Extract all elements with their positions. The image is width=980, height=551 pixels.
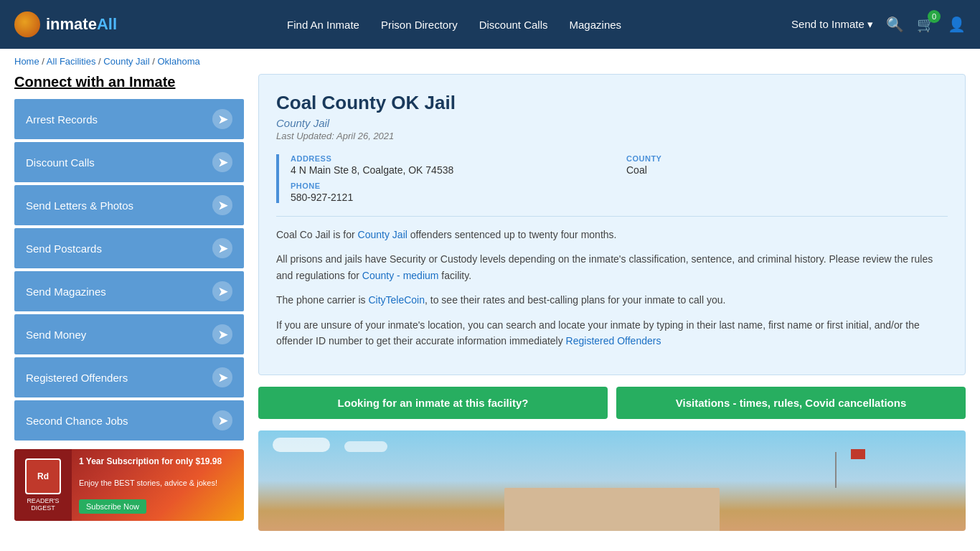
nav-discount-calls[interactable]: Discount Calls — [479, 19, 548, 31]
county-jail-link-1[interactable]: County Jail — [358, 229, 407, 240]
facility-image — [258, 430, 966, 531]
looking-for-inmate-button[interactable]: Looking for an inmate at this facility? — [258, 387, 608, 419]
arrow-icon-second-chance: ➤ — [212, 410, 232, 430]
visitations-button[interactable]: Visitations - times, rules, Covid cancel… — [616, 387, 966, 419]
arrow-icon-magazines: ➤ — [212, 281, 232, 301]
registered-offenders-link[interactable]: Registered Offenders — [566, 335, 661, 347]
cloud-2 — [344, 441, 387, 452]
sidebar-label-send-money: Send Money — [26, 329, 86, 341]
logo-inmate: inmate — [46, 15, 97, 33]
ad-rd-label: READER'SDIGEST — [27, 497, 59, 512]
address-label: ADDRESS — [291, 154, 612, 163]
sidebar-item-arrest-records[interactable]: Arrest Records ➤ — [14, 99, 244, 139]
sidebar-title: Connect with an Inmate — [14, 74, 244, 90]
logo-text: inmateAll — [46, 15, 117, 34]
sidebar-item-magazines[interactable]: Send Magazines ➤ — [14, 271, 244, 311]
breadcrumb-state[interactable]: Oklahoma — [157, 56, 199, 67]
desc-para-1: Coal Co Jail is for County Jail offender… — [276, 227, 948, 242]
facility-description: Coal Co Jail is for County Jail offender… — [276, 227, 948, 349]
sidebar-menu: Arrest Records ➤ Discount Calls ➤ Send L… — [14, 99, 244, 441]
phone-label: PHONE — [291, 182, 612, 190]
flag-pole — [835, 452, 837, 488]
citytelecoin-link[interactable]: CityTeleCoin — [368, 294, 425, 306]
main-nav: Find An Inmate Prison Directory Discount… — [138, 19, 770, 31]
sidebar-label-postcards: Send Postcards — [26, 242, 102, 255]
logo-icon — [14, 11, 40, 37]
arrow-icon-discount: ➤ — [212, 152, 232, 172]
arrow-icon-registered: ➤ — [212, 367, 232, 387]
county-group: COUNTY Coal — [626, 154, 948, 176]
info-grid: ADDRESS 4 N Main Ste 8, Coalgate, OK 745… — [276, 154, 948, 203]
facility-updated: Last Updated: April 26, 2021 — [276, 131, 948, 141]
flag — [851, 449, 865, 459]
ad-banner: Rd READER'SDIGEST 1 Year Subscription fo… — [14, 449, 244, 521]
main-header: inmateAll Find An Inmate Prison Director… — [0, 0, 980, 49]
county-label: COUNTY — [626, 154, 948, 163]
arrow-icon-postcards: ➤ — [212, 238, 232, 258]
ad-sub: Enjoy the BEST stories, advice & jokes! — [79, 479, 237, 487]
main-content: Coal County OK Jail County Jail Last Upd… — [258, 74, 966, 531]
header-right: Send to Inmate ▾ 🔍 🛒 0 👤 — [791, 16, 966, 33]
phone-group: PHONE 580-927-2121 — [291, 182, 612, 203]
arrow-icon-arrest: ➤ — [212, 109, 232, 129]
ad-text: 1 Year Subscription for only $19.98 Enjo… — [72, 449, 244, 521]
phone-value: 580-927-2121 — [291, 192, 612, 203]
facility-type: County Jail — [276, 117, 948, 129]
sidebar-label-magazines: Send Magazines — [26, 286, 106, 298]
facility-card: Coal County OK Jail County Jail Last Upd… — [258, 74, 966, 375]
sidebar-item-registered-offenders[interactable]: Registered Offenders ➤ — [14, 357, 244, 397]
building — [504, 488, 720, 531]
sidebar-item-discount-calls[interactable]: Discount Calls ➤ — [14, 142, 244, 182]
search-icon[interactable]: 🔍 — [886, 16, 904, 33]
nav-prison-directory[interactable]: Prison Directory — [381, 19, 458, 31]
desc-para-2: All prisons and jails have Security or C… — [276, 251, 948, 283]
address-value: 4 N Main Ste 8, Coalgate, OK 74538 — [291, 164, 612, 176]
breadcrumb-all-facilities[interactable]: All Facilities — [47, 56, 96, 67]
breadcrumb-county-jail[interactable]: County Jail — [103, 56, 149, 67]
arrow-icon-letters: ➤ — [212, 195, 232, 215]
sidebar-label-second-chance: Second Chance Jobs — [26, 415, 128, 427]
info-divider — [276, 216, 948, 217]
cart-wrapper[interactable]: 🛒 0 — [917, 16, 935, 33]
logo[interactable]: inmateAll — [14, 11, 117, 37]
main-layout: Connect with an Inmate Arrest Records ➤ … — [0, 74, 980, 545]
county-medium-link[interactable]: County - medium — [362, 270, 439, 281]
sidebar-label-arrest-records: Arrest Records — [26, 113, 98, 126]
cart-badge: 0 — [928, 10, 941, 23]
arrow-icon-money: ➤ — [212, 324, 232, 344]
desc-para-4: If you are unsure of your inmate's locat… — [276, 317, 948, 349]
desc-para-3: The phone carrier is CityTeleCoin, to se… — [276, 292, 948, 308]
sidebar-label-registered: Registered Offenders — [26, 372, 128, 384]
sidebar-item-letters-photos[interactable]: Send Letters & Photos ➤ — [14, 185, 244, 225]
logo-all: All — [97, 15, 117, 33]
facility-name: Coal County OK Jail — [276, 92, 948, 114]
nav-find-inmate[interactable]: Find An Inmate — [287, 19, 359, 31]
action-buttons: Looking for an inmate at this facility? … — [258, 387, 966, 419]
rd-badge: Rd — [25, 458, 61, 494]
send-to-inmate-button[interactable]: Send to Inmate ▾ — [791, 18, 873, 31]
breadcrumb: Home / All Facilities / County Jail / Ok… — [0, 49, 980, 74]
breadcrumb-home[interactable]: Home — [14, 56, 39, 67]
user-icon[interactable]: 👤 — [948, 16, 966, 33]
ad-cta-button[interactable]: Subscribe Now — [79, 499, 146, 514]
sidebar-label-discount-calls: Discount Calls — [26, 156, 95, 169]
sidebar: Connect with an Inmate Arrest Records ➤ … — [14, 74, 244, 531]
sidebar-item-second-chance[interactable]: Second Chance Jobs ➤ — [14, 400, 244, 441]
sidebar-item-send-money[interactable]: Send Money ➤ — [14, 314, 244, 354]
ad-left: Rd READER'SDIGEST — [14, 449, 72, 521]
sidebar-item-postcards[interactable]: Send Postcards ➤ — [14, 228, 244, 268]
ad-headline: 1 Year Subscription for only $19.98 — [79, 456, 237, 466]
sidebar-label-letters-photos: Send Letters & Photos — [26, 199, 133, 212]
nav-magazines[interactable]: Magazines — [570, 19, 622, 31]
cloud-1 — [273, 438, 330, 452]
county-value: Coal — [626, 164, 948, 176]
address-group: ADDRESS 4 N Main Ste 8, Coalgate, OK 745… — [291, 154, 612, 176]
